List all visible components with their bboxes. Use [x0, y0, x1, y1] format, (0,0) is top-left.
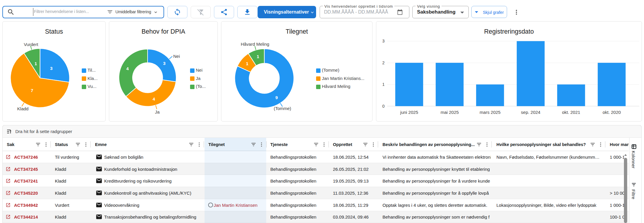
svg-text:2: 2 [382, 60, 385, 65]
svg-text:7: 7 [31, 88, 33, 93]
svg-text:(Tomme): (Tomme) [274, 106, 291, 111]
svg-text:1: 1 [35, 61, 37, 66]
svg-text:sep. 2024: sep. 2024 [521, 110, 540, 115]
svg-text:okt. 2021: okt. 2021 [562, 110, 580, 115]
svg-text:mars 2025: mars 2025 [480, 110, 501, 115]
svg-text:Vurdert: Vurdert [24, 42, 38, 47]
svg-text:3: 3 [382, 39, 385, 43]
svg-text:4: 4 [126, 66, 129, 71]
svg-text:1: 1 [246, 61, 248, 66]
svg-text:3: 3 [163, 61, 166, 66]
svg-text:mai 2025: mai 2025 [441, 110, 459, 115]
svg-text:Ja: Ja [155, 109, 160, 114]
svg-text:4: 4 [153, 96, 155, 101]
svg-text:juni 2025: juni 2025 [400, 110, 418, 115]
svg-text:1: 1 [257, 54, 259, 59]
svg-text:Nei: Nei [173, 54, 180, 59]
svg-text:9: 9 [275, 95, 278, 100]
svg-text:okt. 2020: okt. 2020 [603, 110, 621, 115]
svg-text:Kladd: Kladd [17, 106, 28, 111]
svg-text:3: 3 [50, 66, 53, 71]
svg-text:1: 1 [382, 82, 385, 87]
svg-text:0: 0 [382, 104, 385, 109]
svg-text:Håvard Meling: Håvard Meling [241, 42, 269, 47]
